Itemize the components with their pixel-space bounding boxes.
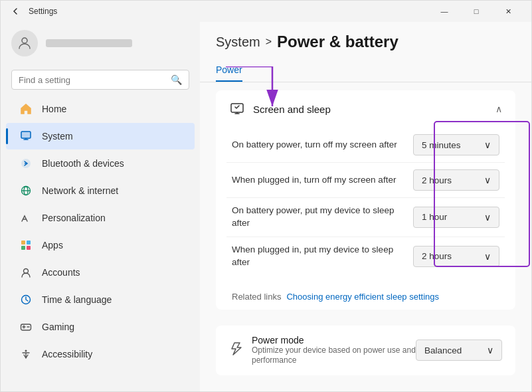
user-section <box>1 22 200 64</box>
sleep-value-0: 5 minutes <box>422 140 461 150</box>
personalization-icon <box>19 211 33 225</box>
sleep-row-3-label: When plugged in, put my device to sleep … <box>232 244 413 269</box>
svg-rect-9 <box>27 246 31 250</box>
power-mode-value: Balanced <box>424 345 462 355</box>
svg-rect-1 <box>21 132 31 138</box>
sidebar-item-accounts[interactable]: Accounts <box>6 259 195 286</box>
svg-point-15 <box>25 350 27 352</box>
svg-point-13 <box>27 326 29 328</box>
power-mode-dropdown[interactable]: Balanced ∨ <box>416 340 502 361</box>
sleep-row-2: On battery power, put my device to sleep… <box>226 198 505 237</box>
sleep-dropdown-3[interactable]: 2 hours ∨ <box>413 246 499 267</box>
close-button[interactable]: ✕ <box>493 1 523 22</box>
sleep-row-1: When plugged in, turn off my screen afte… <box>226 163 505 198</box>
sleep-row-3: When plugged in, put my device to sleep … <box>226 237 505 276</box>
svg-point-0 <box>22 38 27 43</box>
accessibility-icon <box>19 347 33 361</box>
apps-icon <box>19 239 33 252</box>
sidebar-item-time[interactable]: Time & language <box>6 286 195 313</box>
sidebar-item-bluetooth[interactable]: Bluetooth & devices <box>6 150 195 177</box>
sidebar-item-personalization-label: Personalization <box>42 213 106 223</box>
sidebar-item-home[interactable]: Home <box>6 96 195 122</box>
back-button[interactable] <box>9 5 22 18</box>
sidebar-item-system[interactable]: System <box>6 123 195 149</box>
bluetooth-icon <box>19 157 33 170</box>
svg-rect-7 <box>27 241 31 245</box>
search-box[interactable]: 🔍 <box>11 70 189 90</box>
screen-sleep-card: Screen and sleep ∧ On battery power, tur… <box>216 90 515 310</box>
main-layout: 🔍 Home <box>1 22 531 391</box>
card-header-left: Screen and sleep <box>229 101 331 117</box>
sidebar-item-gaming[interactable]: Gaming <box>6 314 195 340</box>
search-icon: 🔍 <box>171 74 182 85</box>
sidebar-item-network-label: Network & internet <box>42 185 118 196</box>
sleep-dropdown-1[interactable]: 2 hours ∨ <box>413 169 499 191</box>
svg-rect-6 <box>21 241 25 245</box>
screen-icon <box>229 101 245 117</box>
page-header: System > Power & battery <box>200 22 531 59</box>
svg-rect-8 <box>21 246 25 250</box>
sidebar: 🔍 Home <box>1 22 200 391</box>
section-label: System <box>216 35 260 50</box>
minimize-button[interactable]: — <box>429 1 460 22</box>
titlebar: Settings — □ ✕ <box>1 1 531 22</box>
window-controls: — □ ✕ <box>429 1 523 22</box>
power-mode-title: Power mode <box>252 335 416 345</box>
search-input[interactable] <box>19 75 165 85</box>
power-mode-row: Power mode Optimize your device based on… <box>216 326 515 375</box>
sleep-value-2: 1 hour <box>422 212 447 222</box>
related-links: Related links Choosing energy efficient … <box>216 284 515 310</box>
system-icon <box>19 130 33 143</box>
sleep-rows: On battery power, turn off my screen aft… <box>216 128 515 284</box>
tab-bar: Power <box>200 59 531 82</box>
sleep-row-2-label: On battery power, put my device to sleep… <box>232 205 413 230</box>
sleep-dropdown-0[interactable]: 5 minutes ∨ <box>413 134 499 155</box>
sidebar-item-home-label: Home <box>42 104 66 114</box>
avatar <box>11 30 38 56</box>
power-mode-left: Power mode Optimize your device based on… <box>229 335 416 366</box>
network-icon <box>19 184 33 197</box>
time-icon <box>19 293 33 306</box>
screen-sleep-title: Screen and sleep <box>253 104 331 115</box>
gaming-icon <box>19 320 33 334</box>
sleep-row-0: On battery power, turn off my screen aft… <box>226 128 505 163</box>
sidebar-item-accessibility[interactable]: Accessibility <box>6 341 195 367</box>
sleep-dropdown-2[interactable]: 1 hour ∨ <box>413 207 499 228</box>
screen-sleep-chevron[interactable]: ∧ <box>495 104 502 114</box>
sidebar-item-bluetooth-label: Bluetooth & devices <box>42 158 124 169</box>
sidebar-item-network[interactable]: Network & internet <box>6 177 195 204</box>
dropdown-1-chevron: ∨ <box>484 175 491 185</box>
power-mode-description: Optimize your device based on power use … <box>252 345 416 366</box>
power-mode-icon <box>229 342 244 359</box>
cards-area: Screen and sleep ∧ On battery power, tur… <box>200 82 531 326</box>
user-name-blurred <box>46 39 132 47</box>
accounts-icon <box>19 266 33 279</box>
sidebar-item-apps-label: Apps <box>42 240 63 250</box>
sidebar-item-gaming-label: Gaming <box>42 322 74 332</box>
sleep-value-3: 2 hours <box>422 251 452 261</box>
svg-point-14 <box>29 326 30 328</box>
content-area: System > Power & battery Power <box>200 22 531 391</box>
dropdown-3-chevron: ∨ <box>484 251 491 262</box>
power-mode-text: Power mode Optimize your device based on… <box>252 335 416 366</box>
sidebar-item-apps[interactable]: Apps <box>6 232 195 258</box>
nav-list: Home System <box>1 95 200 368</box>
sleep-value-1: 2 hours <box>422 175 452 185</box>
sleep-row-0-label: On battery power, turn off my screen aft… <box>232 139 397 151</box>
dropdown-0-chevron: ∨ <box>484 140 491 150</box>
power-mode-chevron: ∨ <box>487 345 493 355</box>
sidebar-item-personalization[interactable]: Personalization <box>6 205 195 231</box>
related-links-label: Related links <box>232 292 281 302</box>
sidebar-item-accessibility-label: Accessibility <box>42 349 92 359</box>
sidebar-item-accounts-label: Accounts <box>42 267 80 278</box>
settings-window: Settings — □ ✕ 🔍 <box>0 0 532 392</box>
titlebar-title: Settings <box>29 7 57 16</box>
related-links-link[interactable]: Choosing energy efficient sleep settings <box>286 292 439 302</box>
home-icon <box>19 102 33 116</box>
tab-power[interactable]: Power <box>216 59 242 82</box>
screen-sleep-header[interactable]: Screen and sleep ∧ <box>216 90 515 128</box>
maximize-button[interactable]: □ <box>461 1 491 22</box>
sidebar-item-system-label: System <box>42 131 73 142</box>
page-title: Power & battery <box>277 33 399 51</box>
header-chevron: > <box>266 36 272 48</box>
